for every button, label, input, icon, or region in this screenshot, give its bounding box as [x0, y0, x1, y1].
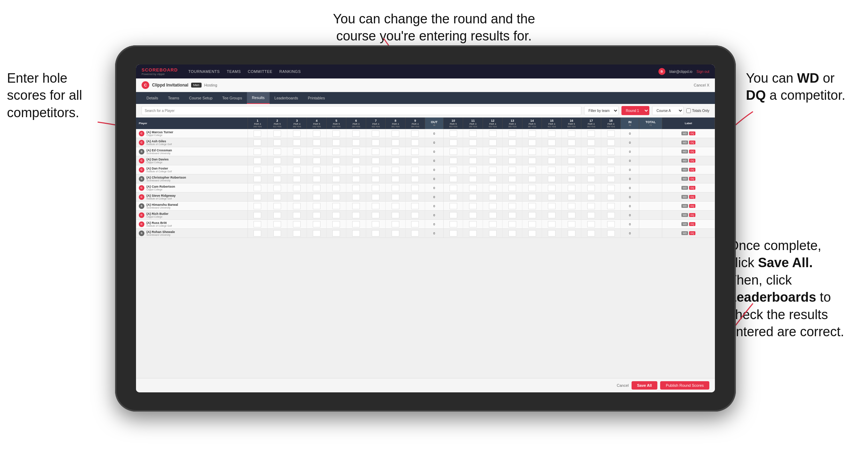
- score-box[interactable]: [273, 212, 281, 218]
- score-box[interactable]: [372, 158, 379, 164]
- hole-12-score[interactable]: [483, 129, 503, 138]
- hole-6-score[interactable]: [346, 129, 366, 138]
- score-box[interactable]: [469, 221, 477, 227]
- score-box[interactable]: [587, 185, 595, 191]
- hole-5-score[interactable]: [326, 183, 346, 193]
- score-box[interactable]: [332, 230, 340, 236]
- score-box[interactable]: [313, 203, 320, 209]
- score-box[interactable]: [508, 140, 516, 146]
- hole-8-score[interactable]: [386, 156, 406, 165]
- score-box[interactable]: [548, 176, 556, 182]
- score-box[interactable]: [254, 130, 261, 137]
- score-box[interactable]: [372, 130, 379, 137]
- score-box[interactable]: [587, 221, 595, 227]
- score-box[interactable]: [254, 185, 261, 191]
- hole-1-score[interactable]: [248, 202, 267, 211]
- hole-10-score[interactable]: [443, 183, 463, 193]
- score-box[interactable]: [293, 230, 301, 236]
- hole-16-score[interactable]: [561, 202, 581, 211]
- hole-5-score[interactable]: [326, 138, 346, 147]
- score-box[interactable]: [411, 203, 419, 209]
- score-box[interactable]: [392, 185, 399, 191]
- score-box[interactable]: [587, 158, 595, 164]
- hole-6-score[interactable]: [346, 138, 366, 147]
- score-box[interactable]: [293, 185, 301, 191]
- hole-5-score[interactable]: [326, 165, 346, 174]
- score-box[interactable]: [568, 149, 575, 155]
- score-box[interactable]: [372, 230, 379, 236]
- score-box[interactable]: [528, 185, 536, 191]
- hole-7-score[interactable]: [366, 165, 386, 174]
- hole-6-score[interactable]: [346, 229, 366, 238]
- score-box[interactable]: [293, 194, 301, 200]
- wd-button[interactable]: WD: [681, 195, 688, 199]
- score-box[interactable]: [273, 185, 281, 191]
- hole-15-score[interactable]: [542, 165, 562, 174]
- score-box[interactable]: [352, 203, 360, 209]
- hole-11-score[interactable]: [463, 229, 483, 238]
- score-box[interactable]: [489, 140, 497, 146]
- score-box[interactable]: [469, 167, 477, 173]
- hole-4-score[interactable]: [307, 220, 327, 229]
- score-box[interactable]: [352, 176, 360, 182]
- score-box[interactable]: [489, 167, 497, 173]
- hole-14-score[interactable]: [522, 229, 542, 238]
- hole-1-score[interactable]: [248, 174, 267, 183]
- score-box[interactable]: [254, 230, 261, 236]
- score-box[interactable]: [352, 230, 360, 236]
- score-box[interactable]: [528, 221, 536, 227]
- hole-9-score[interactable]: [405, 174, 425, 183]
- hole-10-score[interactable]: [443, 202, 463, 211]
- score-box[interactable]: [528, 149, 536, 155]
- score-box[interactable]: [568, 230, 575, 236]
- score-box[interactable]: [254, 212, 261, 218]
- subnav-teegroups[interactable]: Tee Groups: [217, 92, 247, 104]
- hole-15-score[interactable]: [542, 202, 562, 211]
- hole-1-score[interactable]: [248, 156, 267, 165]
- score-box[interactable]: [548, 203, 556, 209]
- hole-6-score[interactable]: [346, 156, 366, 165]
- hole-13-score[interactable]: [503, 202, 522, 211]
- totals-only-checkbox[interactable]: [686, 108, 691, 113]
- score-box[interactable]: [372, 212, 379, 218]
- nav-rankings[interactable]: RANKINGS: [279, 69, 301, 74]
- hole-6-score[interactable]: [346, 147, 366, 156]
- hole-16-score[interactable]: [561, 156, 581, 165]
- hole-11-score[interactable]: [463, 156, 483, 165]
- hole-3-score[interactable]: [287, 129, 307, 138]
- hole-11-score[interactable]: [463, 211, 483, 220]
- score-box[interactable]: [352, 185, 360, 191]
- hole-14-score[interactable]: [522, 183, 542, 193]
- hole-2-score[interactable]: [267, 138, 287, 147]
- score-box[interactable]: [293, 221, 301, 227]
- dq-button[interactable]: DQ: [689, 213, 696, 217]
- dq-button[interactable]: DQ: [689, 159, 696, 163]
- score-box[interactable]: [293, 212, 301, 218]
- hole-17-score[interactable]: [581, 229, 601, 238]
- hole-2-score[interactable]: [267, 129, 287, 138]
- score-box[interactable]: [587, 130, 595, 137]
- hole-17-score[interactable]: [581, 174, 601, 183]
- sign-out-link[interactable]: Sign out: [696, 70, 709, 74]
- hole-18-score[interactable]: [601, 220, 621, 229]
- score-box[interactable]: [508, 230, 516, 236]
- hole-6-score[interactable]: [346, 211, 366, 220]
- score-box[interactable]: [372, 185, 379, 191]
- hole-12-score[interactable]: [483, 138, 503, 147]
- score-box[interactable]: [372, 149, 379, 155]
- hole-13-score[interactable]: [503, 147, 522, 156]
- score-box[interactable]: [332, 185, 340, 191]
- score-box[interactable]: [607, 167, 615, 173]
- hole-11-score[interactable]: [463, 165, 483, 174]
- hole-15-score[interactable]: [542, 129, 562, 138]
- score-box[interactable]: [548, 130, 556, 137]
- hole-1-score[interactable]: [248, 229, 267, 238]
- hole-16-score[interactable]: [561, 174, 581, 183]
- hole-7-score[interactable]: [366, 193, 386, 202]
- score-box[interactable]: [587, 167, 595, 173]
- hole-12-score[interactable]: [483, 156, 503, 165]
- hole-8-score[interactable]: [386, 220, 406, 229]
- score-box[interactable]: [489, 176, 497, 182]
- score-box[interactable]: [568, 167, 575, 173]
- hole-10-score[interactable]: [443, 211, 463, 220]
